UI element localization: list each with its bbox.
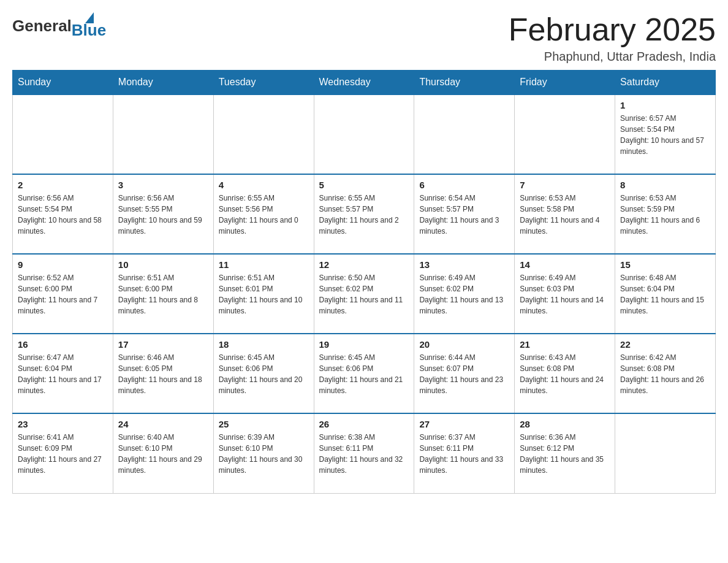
calendar-table: SundayMondayTuesdayWednesdayThursdayFrid… xyxy=(12,70,716,494)
day-info: Sunrise: 6:46 AMSunset: 6:05 PMDaylight:… xyxy=(118,352,208,396)
day-number: 3 xyxy=(118,180,208,190)
calendar-cell: 13Sunrise: 6:49 AMSunset: 6:02 PMDayligh… xyxy=(414,254,515,334)
week-row-4: 16Sunrise: 6:47 AMSunset: 6:04 PMDayligh… xyxy=(13,334,716,413)
logo-blue-part: Blue xyxy=(72,12,106,40)
header-day-saturday: Saturday xyxy=(615,71,716,95)
month-year-title: February 2025 xyxy=(509,12,716,47)
day-info: Sunrise: 6:51 AMSunset: 6:01 PMDaylight:… xyxy=(219,272,309,316)
logo: General Blue xyxy=(12,12,106,40)
calendar-cell xyxy=(13,94,113,174)
calendar-cell xyxy=(414,94,515,174)
day-info: Sunrise: 6:45 AMSunset: 6:06 PMDaylight:… xyxy=(319,352,409,396)
title-section: February 2025 Phaphund, Uttar Pradesh, I… xyxy=(509,12,716,64)
calendar-cell: 3Sunrise: 6:56 AMSunset: 5:55 PMDaylight… xyxy=(113,174,213,254)
day-info: Sunrise: 6:44 AMSunset: 6:07 PMDaylight:… xyxy=(419,352,509,396)
header-day-wednesday: Wednesday xyxy=(314,71,414,95)
calendar-cell: 25Sunrise: 6:39 AMSunset: 6:10 PMDayligh… xyxy=(213,413,314,493)
day-info: Sunrise: 6:43 AMSunset: 6:08 PMDaylight:… xyxy=(520,352,610,396)
calendar-cell: 1Sunrise: 6:57 AMSunset: 5:54 PMDaylight… xyxy=(615,94,716,174)
calendar-cell: 22Sunrise: 6:42 AMSunset: 6:08 PMDayligh… xyxy=(615,334,716,413)
calendar-cell xyxy=(113,94,213,174)
calendar-cell: 15Sunrise: 6:48 AMSunset: 6:04 PMDayligh… xyxy=(615,254,716,334)
header-day-monday: Monday xyxy=(113,71,213,95)
day-info: Sunrise: 6:53 AMSunset: 5:58 PMDaylight:… xyxy=(520,193,610,237)
week-row-3: 9Sunrise: 6:52 AMSunset: 6:00 PMDaylight… xyxy=(13,254,716,334)
day-number: 12 xyxy=(319,259,409,270)
day-info: Sunrise: 6:38 AMSunset: 6:11 PMDaylight:… xyxy=(319,432,409,476)
header-day-thursday: Thursday xyxy=(414,71,515,95)
calendar-header: SundayMondayTuesdayWednesdayThursdayFrid… xyxy=(13,71,716,95)
day-number: 9 xyxy=(18,259,108,270)
day-number: 27 xyxy=(419,419,509,429)
calendar-cell xyxy=(615,413,716,493)
day-number: 4 xyxy=(219,180,309,190)
calendar-cell: 23Sunrise: 6:41 AMSunset: 6:09 PMDayligh… xyxy=(13,413,113,493)
day-number: 23 xyxy=(18,419,108,429)
day-number: 20 xyxy=(419,339,509,350)
day-info: Sunrise: 6:45 AMSunset: 6:06 PMDaylight:… xyxy=(219,352,309,396)
logo-blue-text: Blue xyxy=(72,21,106,40)
day-info: Sunrise: 6:55 AMSunset: 5:57 PMDaylight:… xyxy=(319,193,409,237)
day-number: 17 xyxy=(118,339,208,350)
day-info: Sunrise: 6:39 AMSunset: 6:10 PMDaylight:… xyxy=(219,432,309,476)
day-info: Sunrise: 6:36 AMSunset: 6:12 PMDaylight:… xyxy=(520,432,610,476)
day-number: 10 xyxy=(118,259,208,270)
day-number: 14 xyxy=(520,259,610,270)
header-day-friday: Friday xyxy=(515,71,615,95)
calendar-cell: 9Sunrise: 6:52 AMSunset: 6:00 PMDaylight… xyxy=(13,254,113,334)
header-row: SundayMondayTuesdayWednesdayThursdayFrid… xyxy=(13,71,716,95)
day-number: 7 xyxy=(520,180,610,190)
day-info: Sunrise: 6:40 AMSunset: 6:10 PMDaylight:… xyxy=(118,432,208,476)
week-row-5: 23Sunrise: 6:41 AMSunset: 6:09 PMDayligh… xyxy=(13,413,716,493)
calendar-cell: 11Sunrise: 6:51 AMSunset: 6:01 PMDayligh… xyxy=(213,254,314,334)
day-number: 11 xyxy=(219,259,309,270)
day-info: Sunrise: 6:42 AMSunset: 6:08 PMDaylight:… xyxy=(620,352,710,396)
day-info: Sunrise: 6:57 AMSunset: 5:54 PMDaylight:… xyxy=(620,113,710,157)
day-info: Sunrise: 6:48 AMSunset: 6:04 PMDaylight:… xyxy=(620,272,710,316)
week-row-1: 1Sunrise: 6:57 AMSunset: 5:54 PMDaylight… xyxy=(13,94,716,174)
day-number: 13 xyxy=(419,259,509,270)
calendar-cell: 18Sunrise: 6:45 AMSunset: 6:06 PMDayligh… xyxy=(213,334,314,413)
calendar-cell: 7Sunrise: 6:53 AMSunset: 5:58 PMDaylight… xyxy=(515,174,615,254)
day-number: 1 xyxy=(620,100,710,110)
calendar-cell: 28Sunrise: 6:36 AMSunset: 6:12 PMDayligh… xyxy=(515,413,615,493)
day-info: Sunrise: 6:54 AMSunset: 5:57 PMDaylight:… xyxy=(419,193,509,237)
day-number: 8 xyxy=(620,180,710,190)
day-info: Sunrise: 6:41 AMSunset: 6:09 PMDaylight:… xyxy=(18,432,108,476)
day-number: 24 xyxy=(118,419,208,429)
day-number: 19 xyxy=(319,339,409,350)
calendar-cell: 4Sunrise: 6:55 AMSunset: 5:56 PMDaylight… xyxy=(213,174,314,254)
header-day-sunday: Sunday xyxy=(13,71,113,95)
day-number: 16 xyxy=(18,339,108,350)
day-info: Sunrise: 6:51 AMSunset: 6:00 PMDaylight:… xyxy=(118,272,208,316)
calendar-cell: 24Sunrise: 6:40 AMSunset: 6:10 PMDayligh… xyxy=(113,413,213,493)
calendar-cell: 26Sunrise: 6:38 AMSunset: 6:11 PMDayligh… xyxy=(314,413,414,493)
calendar-cell: 17Sunrise: 6:46 AMSunset: 6:05 PMDayligh… xyxy=(113,334,213,413)
day-number: 28 xyxy=(520,419,610,429)
location-subtitle: Phaphund, Uttar Pradesh, India xyxy=(509,50,716,64)
day-number: 2 xyxy=(18,180,108,190)
day-number: 25 xyxy=(219,419,309,429)
calendar-body: 1Sunrise: 6:57 AMSunset: 5:54 PMDaylight… xyxy=(13,94,716,493)
calendar-cell: 27Sunrise: 6:37 AMSunset: 6:11 PMDayligh… xyxy=(414,413,515,493)
calendar-cell: 14Sunrise: 6:49 AMSunset: 6:03 PMDayligh… xyxy=(515,254,615,334)
calendar-cell: 19Sunrise: 6:45 AMSunset: 6:06 PMDayligh… xyxy=(314,334,414,413)
day-info: Sunrise: 6:55 AMSunset: 5:56 PMDaylight:… xyxy=(219,193,309,237)
week-row-2: 2Sunrise: 6:56 AMSunset: 5:54 PMDaylight… xyxy=(13,174,716,254)
calendar-cell: 20Sunrise: 6:44 AMSunset: 6:07 PMDayligh… xyxy=(414,334,515,413)
calendar-cell: 2Sunrise: 6:56 AMSunset: 5:54 PMDaylight… xyxy=(13,174,113,254)
day-number: 22 xyxy=(620,339,710,350)
calendar-cell: 8Sunrise: 6:53 AMSunset: 5:59 PMDaylight… xyxy=(615,174,716,254)
calendar-cell: 16Sunrise: 6:47 AMSunset: 6:04 PMDayligh… xyxy=(13,334,113,413)
calendar-cell: 12Sunrise: 6:50 AMSunset: 6:02 PMDayligh… xyxy=(314,254,414,334)
day-number: 6 xyxy=(419,180,509,190)
day-number: 21 xyxy=(520,339,610,350)
day-number: 15 xyxy=(620,259,710,270)
logo-general-text: General xyxy=(12,17,72,36)
calendar-cell xyxy=(515,94,615,174)
calendar-cell xyxy=(213,94,314,174)
calendar-cell: 21Sunrise: 6:43 AMSunset: 6:08 PMDayligh… xyxy=(515,334,615,413)
calendar-cell: 6Sunrise: 6:54 AMSunset: 5:57 PMDaylight… xyxy=(414,174,515,254)
day-info: Sunrise: 6:53 AMSunset: 5:59 PMDaylight:… xyxy=(620,193,710,237)
calendar-cell: 5Sunrise: 6:55 AMSunset: 5:57 PMDaylight… xyxy=(314,174,414,254)
